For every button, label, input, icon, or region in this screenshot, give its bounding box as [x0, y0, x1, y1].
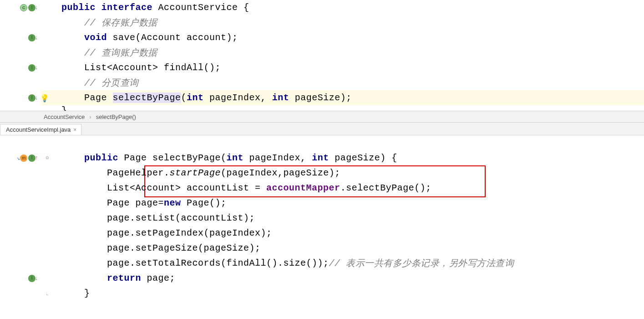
code-line[interactable]: page.setTotalRecords(findAll().size());/… — [41, 256, 644, 271]
gutter-row — [0, 256, 41, 271]
fold-gutter — [45, 50, 50, 56]
bottom-gutter: ↘↑↓ — [0, 135, 41, 301]
code-token: void — [84, 32, 107, 43]
arrow-up-icon: ↑ — [35, 154, 38, 161]
code-token: public — [61, 2, 96, 13]
code-token: // 分页查询 — [84, 77, 139, 89]
gutter-row: ↓ — [0, 0, 41, 15]
fold-gutter[interactable]: ⌞ — [45, 290, 50, 297]
code-token: .selectByPage(); — [340, 183, 431, 193]
fold-gutter — [45, 80, 50, 86]
fold-gutter — [45, 275, 50, 282]
class-icon — [20, 4, 27, 11]
arrow-down-icon: ↓ — [35, 4, 38, 11]
tab-bar: AccountServiceImpl.java × — [0, 123, 644, 135]
code-token: Page(); — [181, 198, 227, 208]
code-token: Page — [84, 93, 113, 103]
breadcrumb-item[interactable]: AccountService — [44, 113, 85, 120]
top-gutter: ↓↓↓↓ — [0, 0, 41, 111]
gutter-row — [0, 135, 41, 150]
code-token: return — [107, 273, 141, 283]
gutter-row: ↘↑ — [0, 150, 41, 165]
code-token: } — [84, 288, 90, 298]
code-line[interactable]: page.setPageSize(pageSize); — [41, 241, 644, 256]
code-line[interactable] — [41, 135, 644, 150]
top-code-lines[interactable]: public interface AccountService { // 保存账… — [41, 0, 644, 111]
code-token: pageIndex, — [204, 93, 272, 103]
code-line[interactable]: return page; — [41, 271, 644, 286]
code-token: startPage — [170, 168, 221, 178]
code-token: page.setList(accountList); — [107, 213, 255, 223]
code-token: ( — [181, 93, 187, 103]
code-line[interactable]: // 分页查询 — [41, 75, 644, 90]
code-line[interactable]: ⊖ public Page selectByPage(int pageIndex… — [41, 150, 644, 165]
code-token: AccountService { — [152, 2, 249, 13]
gutter-row — [0, 105, 41, 111]
top-editor-pane: ↓↓↓↓ public interface AccountService { /… — [0, 0, 644, 123]
gutter-row — [0, 45, 41, 60]
code-token: page.setPageSize(pageSize); — [107, 243, 261, 253]
gutter-row — [0, 75, 41, 90]
code-token: int — [312, 153, 329, 163]
fold-gutter — [45, 245, 50, 252]
code-token: page; — [141, 273, 175, 283]
code-token: // 表示一共有多少条记录，另外写方法查询 — [329, 257, 514, 269]
code-line[interactable]: page.setList(accountList); — [41, 211, 644, 226]
code-line[interactable]: List<Account> accountList = accountMappe… — [41, 180, 644, 196]
fold-gutter — [45, 230, 50, 237]
fold-gutter — [45, 200, 50, 206]
gutter-row: ↓ — [0, 90, 41, 105]
gutter-row — [0, 196, 41, 211]
fold-gutter[interactable]: ⊖ — [45, 154, 50, 161]
gutter-row — [0, 180, 41, 196]
fold-gutter — [45, 20, 50, 26]
bottom-code-lines[interactable]: ⊖ public Page selectByPage(int pageIndex… — [41, 135, 644, 301]
code-line[interactable]: page.setPageIndex(pageIndex); — [41, 226, 644, 241]
arrow-down-icon: ↓ — [35, 34, 38, 41]
code-token: int — [272, 93, 289, 103]
arrow-down-icon: ↓ — [35, 64, 38, 71]
code-token: save(Account account); — [107, 32, 238, 43]
code-token: page.setPageIndex(pageIndex); — [107, 228, 272, 238]
fold-gutter — [45, 140, 50, 146]
code-line[interactable]: PageHelper.startPage(pageIndex,pageSize)… — [41, 165, 644, 180]
code-token: pageSize) { — [329, 153, 397, 163]
gutter-row — [0, 286, 41, 301]
close-icon[interactable]: × — [73, 127, 76, 133]
tab-label: AccountServiceImpl.java — [6, 126, 71, 133]
code-line[interactable]: public interface AccountService { — [41, 0, 644, 15]
code-token: page.setTotalRecords(findAll().size()); — [107, 258, 329, 268]
bottom-editor-pane: ↘↑↓ ⊖ public Page selectByPage(int pageI… — [0, 135, 644, 301]
code-line[interactable]: ⌞ } — [41, 286, 644, 301]
gutter-row — [0, 15, 41, 30]
arrow-icon: ↘ — [16, 154, 20, 162]
code-token — [96, 2, 101, 13]
code-token: int — [227, 153, 244, 163]
code-token: List<Account> findAll(); — [84, 62, 221, 73]
code-token: public — [84, 153, 118, 163]
fold-gutter — [45, 170, 50, 176]
method-icon[interactable] — [20, 154, 27, 162]
breadcrumb-item[interactable]: selectByPage() — [96, 113, 136, 120]
code-line[interactable]: // 保存账户数据 — [41, 15, 644, 30]
code-line[interactable]: Page page=new Page(); — [41, 196, 644, 211]
code-line[interactable]: 💡 Page selectByPage(int pageIndex, int p… — [41, 90, 644, 105]
code-line[interactable]: // 查询账户数据 — [41, 45, 644, 60]
code-line[interactable]: } — [41, 105, 644, 111]
gutter-row: ↓ — [0, 60, 41, 75]
arrow-down-icon: ↓ — [35, 275, 38, 282]
breadcrumb-separator: › — [89, 113, 91, 120]
code-token: Page selectByPage( — [118, 153, 227, 163]
top-code-area: ↓↓↓↓ public interface AccountService { /… — [0, 0, 644, 111]
code-token: new — [164, 198, 181, 208]
file-tab[interactable]: AccountServiceImpl.java × — [0, 124, 81, 135]
code-token: int — [187, 93, 204, 103]
fold-gutter — [45, 185, 50, 191]
code-line[interactable]: List<Account> findAll(); — [41, 60, 644, 75]
code-token: accountMapper — [266, 183, 340, 193]
code-token: selectByPage — [113, 93, 181, 103]
intention-bulb-icon[interactable]: 💡 — [40, 94, 50, 103]
code-line[interactable]: void save(Account account); — [41, 30, 644, 45]
code-token: PageHelper. — [107, 168, 170, 178]
code-token: pageSize); — [289, 93, 352, 103]
